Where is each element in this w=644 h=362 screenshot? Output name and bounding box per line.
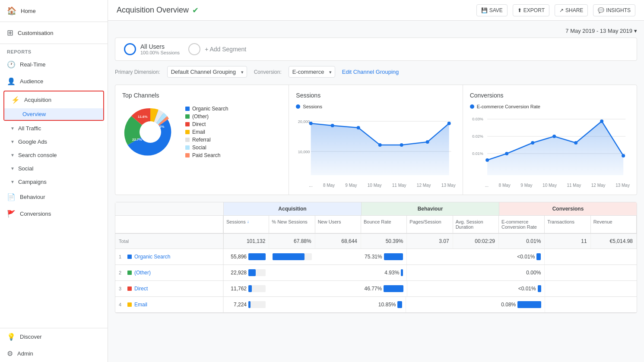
legend-dot-organic	[185, 107, 190, 111]
col-pages[interactable]: Pages/Session	[407, 216, 453, 233]
home-icon: 🏠	[7, 6, 16, 16]
row1-bounce: 75.31%	[361, 249, 407, 264]
edit-channel-grouping-link[interactable]: Edit Channel Grouping	[342, 69, 399, 75]
legend-paid: Paid Search	[185, 152, 228, 158]
row2-pages-cell	[407, 265, 453, 280]
row4-link[interactable]: Email	[134, 302, 147, 308]
row2-bounce-bar	[401, 269, 403, 276]
row4-sessions: 7,224	[227, 302, 247, 308]
conversions-panel: Conversions E-commerce Conversion Rate	[463, 85, 637, 195]
sidebar-home[interactable]: 🏠 Home	[0, 0, 108, 22]
conversions-section-header: Conversions	[499, 202, 637, 215]
main-content: Acquisition Overview ✔ 💾 SAVE ⬆ EXPORT ↗…	[108, 0, 644, 362]
sidebar-item-audience[interactable]: 👤 Audience	[0, 73, 108, 90]
col-transactions[interactable]: Transactions	[545, 216, 590, 233]
date-range-container: 7 May 2019 - 13 May 2019 ▾	[115, 28, 637, 34]
sidebar-item-conversions[interactable]: 🚩 Conversions	[0, 205, 108, 222]
table-row: 3 Direct 11,762 46.77%	[115, 281, 637, 297]
row2-bounce: 4.93%	[361, 265, 407, 280]
sidebar-item-all-traffic[interactable]: ▼ All Traffic	[0, 122, 108, 135]
sidebar-item-discover[interactable]: 💡 Discover	[0, 328, 108, 345]
sidebar-item-realtime[interactable]: 🕐 Real-Time	[0, 56, 108, 73]
row1-sessions-bar-bg	[248, 253, 266, 260]
sidebar-customisation[interactable]: ⊞ Customisation	[0, 22, 108, 44]
row4-sessions-bar	[248, 301, 251, 308]
behaviour-label: Behaviour	[20, 194, 45, 200]
admin-icon: ⚙	[7, 349, 13, 358]
total-bounce: 50.39%	[361, 234, 407, 249]
acquisition-section-header: Acquisition	[223, 202, 361, 215]
svg-text:22.7%: 22.7%	[132, 138, 142, 142]
conversions-legend: E-commerce Conversion Rate	[470, 104, 630, 109]
table-section-headers: Acquisition Behaviour Conversions	[115, 202, 637, 216]
legend-label-email: Email	[192, 129, 205, 135]
total-ecomm: 0.01%	[499, 234, 545, 249]
primary-dim-select[interactable]: Default Channel Grouping	[167, 66, 247, 78]
conversion-select[interactable]: E-commerce	[289, 66, 335, 78]
segment-add[interactable]: + Add Segment	[188, 43, 246, 55]
row1-pct-cell	[269, 249, 315, 264]
col-revenue[interactable]: Revenue	[591, 216, 637, 233]
expand-icon-campaigns: ▼	[10, 179, 15, 184]
svg-point-22	[505, 152, 508, 155]
discover-icon: 💡	[7, 333, 16, 341]
row2-name[interactable]: 2 (Other)	[115, 265, 223, 280]
sidebar-item-campaigns[interactable]: ▼ Campaigns	[0, 175, 108, 189]
col-sessions[interactable]: Sessions ↓	[223, 216, 269, 233]
verified-icon: ✔	[192, 6, 199, 15]
insights-label: INSIGHTS	[606, 7, 631, 13]
row3-name[interactable]: 3 Direct	[115, 281, 223, 296]
row2-link[interactable]: (Other)	[134, 270, 151, 276]
share-icon: ↗	[559, 7, 564, 13]
top-channels-panel: Top Channels	[115, 85, 289, 195]
table-row: 4 Email 7,224 10.85%	[115, 297, 637, 313]
row3-ecomm-bar	[538, 285, 541, 292]
row4-revenue-cell	[591, 297, 637, 312]
legend-dot-referral	[185, 138, 190, 142]
col-pct-new[interactable]: % New Sessions	[269, 216, 315, 233]
sidebar-item-overview[interactable]: Overview	[4, 108, 103, 120]
insights-button[interactable]: 💬 INSIGHTS	[593, 4, 635, 16]
sessions-legend: Sessions	[296, 104, 455, 109]
export-button[interactable]: ⬆ EXPORT	[513, 4, 549, 16]
row1-name[interactable]: 1 Organic Search	[115, 249, 223, 264]
legend-referral: Referral	[185, 137, 228, 143]
svg-text:10,000: 10,000	[298, 150, 310, 154]
sessions-legend-label: Sessions	[303, 104, 322, 109]
col-bounce[interactable]: Bounce Rate	[361, 216, 407, 233]
topbar-actions: 💾 SAVE ⬆ EXPORT ↗ SHARE 💬 INSIGHTS	[476, 4, 635, 16]
row4-name[interactable]: 4 Email	[115, 297, 223, 312]
row3-pages-cell	[407, 281, 453, 296]
sidebar-item-search-console[interactable]: ▼ Search console	[0, 148, 108, 162]
row3-transactions-cell	[545, 281, 591, 296]
sidebar-item-behaviour[interactable]: 📄 Behaviour	[0, 189, 108, 205]
date-range-text: 7 May 2019 - 13 May 2019	[565, 28, 632, 34]
row2-transactions-cell	[545, 265, 590, 280]
admin-label: Admin	[17, 350, 33, 357]
sidebar-item-admin[interactable]: ⚙ Admin	[0, 345, 108, 362]
svg-point-9	[331, 124, 334, 127]
share-button[interactable]: ↗ SHARE	[555, 4, 588, 16]
save-button[interactable]: 💾 SAVE	[476, 4, 508, 16]
conversion-label: Conversion:	[254, 69, 282, 75]
sidebar-item-social[interactable]: ▼ Social	[0, 162, 108, 175]
sidebar-item-google-ads[interactable]: ▼ Google Ads	[0, 135, 108, 148]
col-ecomm[interactable]: E-commerce Conversion Rate	[499, 216, 545, 233]
col-channel[interactable]	[115, 216, 223, 233]
date-range-picker[interactable]: 7 May 2019 - 13 May 2019 ▾	[565, 28, 637, 34]
col-new-users[interactable]: New Users	[315, 216, 361, 233]
row3-link[interactable]: Direct	[134, 286, 148, 292]
top-channels-title: Top Channels	[122, 92, 282, 99]
segment-circle	[124, 43, 136, 55]
legend-organic: Organic Search	[185, 106, 228, 112]
col-avg-session[interactable]: Avg. Session Duration	[453, 216, 499, 233]
segment-all-users[interactable]: All Users 100.00% Sessions	[124, 43, 180, 55]
total-sessions: 101,132	[223, 234, 269, 249]
row4-ecomm: 0.08%	[498, 297, 545, 312]
export-label: EXPORT	[523, 7, 545, 13]
sidebar: 🏠 Home ⊞ Customisation REPORTS 🕐 Real-Ti…	[0, 0, 108, 362]
row1-ecomm-bar	[536, 253, 541, 260]
row1-link[interactable]: Organic Search	[134, 254, 170, 260]
insights-icon: 💬	[598, 7, 604, 13]
sidebar-item-acquisition[interactable]: ⚡ Acquisition	[4, 91, 103, 108]
